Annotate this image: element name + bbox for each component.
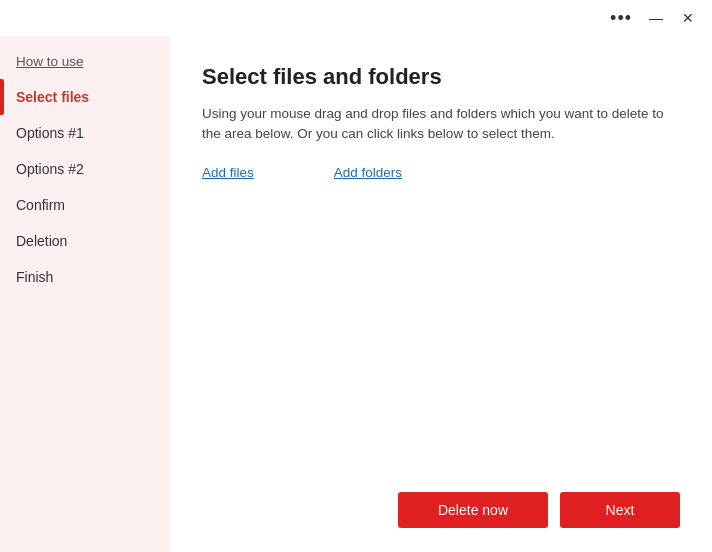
drop-area[interactable] [202, 196, 680, 481]
links-row: Add files Add folders [202, 165, 680, 180]
sidebar-item-label: Deletion [16, 233, 67, 249]
sidebar-item-label: Options #1 [16, 125, 84, 141]
sidebar-item-options-1[interactable]: Options #1 [0, 115, 170, 151]
minimize-icon: — [649, 10, 663, 26]
sidebar-item-label: How to use [16, 54, 84, 69]
page-description: Using your mouse drag and drop files and… [202, 104, 680, 145]
sidebar-item-options-2[interactable]: Options #2 [0, 151, 170, 187]
sidebar-item-label: Finish [16, 269, 53, 285]
app-body: How to use Select files Options #1 Optio… [0, 36, 712, 552]
sidebar-item-label: Confirm [16, 197, 65, 213]
more-icon[interactable]: ••• [610, 8, 632, 29]
title-bar: ••• — ✕ [0, 0, 712, 36]
footer: Delete now Next [202, 480, 680, 536]
sidebar-item-finish[interactable]: Finish [0, 259, 170, 295]
main-content: Select files and folders Using your mous… [170, 36, 712, 552]
sidebar: How to use Select files Options #1 Optio… [0, 36, 170, 552]
sidebar-item-how-to-use[interactable]: How to use [0, 44, 170, 79]
delete-now-button[interactable]: Delete now [398, 492, 548, 528]
next-button[interactable]: Next [560, 492, 680, 528]
close-button[interactable]: ✕ [672, 4, 704, 32]
add-files-link[interactable]: Add files [202, 165, 254, 180]
sidebar-item-label: Select files [16, 89, 89, 105]
close-icon: ✕ [682, 10, 694, 26]
sidebar-item-confirm[interactable]: Confirm [0, 187, 170, 223]
sidebar-item-deletion[interactable]: Deletion [0, 223, 170, 259]
add-folders-link[interactable]: Add folders [334, 165, 402, 180]
page-title: Select files and folders [202, 64, 680, 90]
minimize-button[interactable]: — [640, 4, 672, 32]
sidebar-item-select-files[interactable]: Select files [0, 79, 170, 115]
sidebar-item-label: Options #2 [16, 161, 84, 177]
